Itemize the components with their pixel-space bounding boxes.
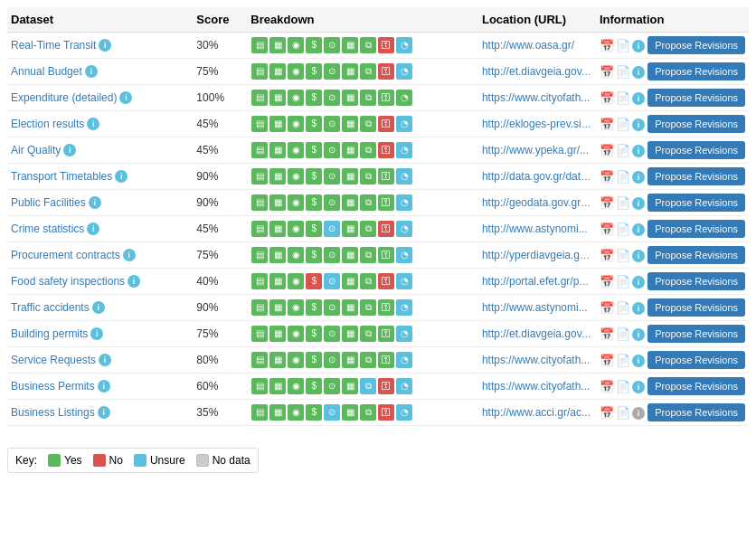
propose-revisions-button[interactable]: Propose Revisions <box>647 141 745 159</box>
info-circle-icon[interactable]: i <box>632 381 645 393</box>
breakdown-icon-1: ▦ <box>269 37 286 53</box>
dataset-link[interactable]: Expenditure (detailed) <box>11 91 117 104</box>
breakdown-icon-8: ◔ <box>396 37 412 53</box>
url-link[interactable]: http://geodata.gov.gr/... <box>482 196 593 209</box>
info-circle-icon[interactable]: i <box>632 171 645 184</box>
propose-revisions-button[interactable]: Propose Revisions <box>647 115 745 133</box>
info-circle-icon[interactable]: i <box>632 276 645 289</box>
information-cell: 📅📄i Propose Revisions <box>596 374 749 400</box>
propose-revisions-button[interactable]: Propose Revisions <box>647 403 745 421</box>
dataset-info-icon[interactable]: i <box>99 354 111 366</box>
dataset-info-icon[interactable]: i <box>123 249 136 261</box>
breakdown-icon-7: ⚿ <box>378 142 394 158</box>
propose-revisions-button[interactable]: Propose Revisions <box>647 89 745 107</box>
propose-revisions-button[interactable]: Propose Revisions <box>647 298 745 317</box>
info-circle-icon[interactable]: i <box>632 40 645 52</box>
breakdown-icon-8: ◔ <box>396 116 412 132</box>
score-cell: 40% <box>193 269 247 295</box>
dataset-link[interactable]: Election results <box>11 118 84 130</box>
propose-revisions-button[interactable]: Propose Revisions <box>647 36 745 54</box>
url-link[interactable]: http://data.gov.gr/data... <box>482 170 596 183</box>
url-link[interactable]: http://et.diavgeia.gov.... <box>482 65 593 78</box>
breakdown-icon-3: $ <box>306 273 322 289</box>
breakdown-icon-8: ◔ <box>396 299 412 316</box>
dataset-link[interactable]: Annual Budget <box>11 65 82 78</box>
dataset-info-icon[interactable]: i <box>92 301 105 314</box>
dataset-info-icon[interactable]: i <box>128 275 140 288</box>
url-link[interactable]: http://ekloges-prev.sin... <box>482 118 596 130</box>
breakdown-icon-2: ◉ <box>288 142 304 158</box>
info-circle-icon[interactable]: i <box>632 197 645 210</box>
dataset-info-icon[interactable]: i <box>98 380 110 393</box>
dataset-info-icon[interactable]: i <box>63 144 76 156</box>
key-nodata-box <box>196 454 209 467</box>
dataset-link[interactable]: Procurement contracts <box>11 249 120 261</box>
dataset-info-icon[interactable]: i <box>89 196 101 209</box>
calendar-icon: 📅 <box>600 65 614 80</box>
dataset-link[interactable]: Service Requests <box>11 354 96 366</box>
dataset-link[interactable]: Building permits <box>11 327 88 340</box>
dataset-info-icon[interactable]: i <box>99 39 111 52</box>
dataset-info-icon[interactable]: i <box>115 170 128 183</box>
propose-revisions-button[interactable]: Propose Revisions <box>647 167 745 185</box>
propose-revisions-button[interactable]: Propose Revisions <box>647 351 745 369</box>
dataset-link[interactable]: Public Facilities <box>11 196 86 209</box>
info-circle-icon[interactable]: i <box>632 328 645 341</box>
url-link[interactable]: http://www.astynomi... <box>482 301 588 314</box>
url-link[interactable]: http://www.astynomi... <box>482 222 588 235</box>
dataset-link[interactable]: Business Permits <box>11 380 95 393</box>
breakdown-icon-2: ◉ <box>288 273 304 289</box>
dataset-info-icon[interactable]: i <box>85 65 98 78</box>
info-circle-icon[interactable]: i <box>632 223 645 236</box>
url-link[interactable]: http://www.ypeka.gr/... <box>482 144 589 156</box>
url-link[interactable]: http://et.diavgeia.gov.... <box>482 327 593 340</box>
dataset-info-icon[interactable]: i <box>87 222 99 235</box>
url-link[interactable]: https://www.cityofath... <box>482 354 590 366</box>
breakdown-icon-7: ⚿ <box>378 37 394 53</box>
breakdown-icon-8: ◔ <box>396 63 412 80</box>
dataset-link[interactable]: Food safety inspections <box>11 275 125 288</box>
info-circle-icon[interactable]: i <box>632 66 645 79</box>
url-link[interactable]: http://www.oasa.gr/ <box>482 39 574 52</box>
calendar-icon: 📅 <box>600 222 614 237</box>
breakdown-icon-5: ▦ <box>342 378 358 394</box>
propose-revisions-button[interactable]: Propose Revisions <box>647 325 745 343</box>
dataset-link[interactable]: Air Quality <box>11 144 61 156</box>
breakdown-icon-0: ▤ <box>251 63 268 80</box>
dataset-link[interactable]: Business Listings <box>11 406 95 419</box>
propose-revisions-button[interactable]: Propose Revisions <box>647 377 745 395</box>
info-circle-icon[interactable]: i <box>632 407 645 420</box>
propose-revisions-button[interactable]: Propose Revisions <box>647 220 745 238</box>
dataset-link[interactable]: Transport Timetables <box>11 170 112 183</box>
url-link[interactable]: https://www.cityofath... <box>482 380 590 393</box>
dataset-link[interactable]: Traffic accidents <box>11 301 90 314</box>
url-cell: https://www.cityofath... <box>478 347 596 374</box>
propose-revisions-button[interactable]: Propose Revisions <box>647 194 745 212</box>
dataset-info-icon[interactable]: i <box>119 91 132 104</box>
breakdown-icon-8: ◔ <box>396 247 412 263</box>
url-link[interactable]: http://www.acci.gr/ac... <box>482 406 591 419</box>
dataset-info-icon[interactable]: i <box>90 327 103 340</box>
dataset-link[interactable]: Real-Time Transit <box>11 39 96 52</box>
dataset-link[interactable]: Crime statistics <box>11 222 84 235</box>
info-circle-icon[interactable]: i <box>632 302 645 315</box>
info-circle-icon[interactable]: i <box>632 92 645 105</box>
propose-revisions-button[interactable]: Propose Revisions <box>647 62 745 80</box>
information-cell: 📅📄i Propose Revisions <box>596 242 749 269</box>
info-circle-icon[interactable]: i <box>632 118 645 131</box>
propose-revisions-button[interactable]: Propose Revisions <box>647 272 745 290</box>
dataset-info-icon[interactable]: i <box>98 406 110 419</box>
url-link[interactable]: http://yperdiavgeia.gr/... <box>482 249 595 261</box>
info-circle-icon[interactable]: i <box>632 250 645 262</box>
score-cell: 80% <box>193 347 247 374</box>
breakdown-icon-0: ▤ <box>251 116 268 132</box>
key-no-box <box>93 454 106 467</box>
propose-revisions-button[interactable]: Propose Revisions <box>647 246 745 264</box>
url-link[interactable]: https://www.cityofath... <box>482 91 590 104</box>
breakdown-icon-3: $ <box>306 142 322 158</box>
url-link[interactable]: http://portal.efet.gr/por... <box>482 275 596 288</box>
info-circle-icon[interactable]: i <box>632 355 645 367</box>
dataset-info-icon[interactable]: i <box>87 118 99 130</box>
info-circle-icon[interactable]: i <box>632 145 645 157</box>
breakdown-icon-8: ◔ <box>396 326 412 342</box>
